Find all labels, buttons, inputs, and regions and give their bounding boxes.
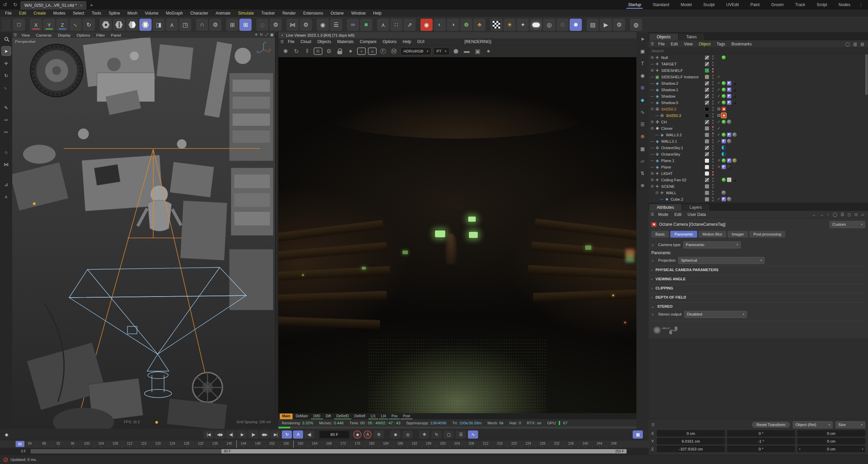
layer-color-chip[interactable] — [705, 114, 709, 118]
layer-color-chip[interactable] — [705, 107, 709, 111]
section-clipping[interactable]: ›CLIPPING — [651, 284, 865, 292]
vis-green-tag-icon[interactable] — [722, 55, 726, 60]
vis-green-tag-icon[interactable] — [722, 100, 726, 105]
menu-file[interactable]: File — [1, 11, 15, 16]
mograph-icon[interactable]: ❁ — [460, 19, 472, 31]
scale-z-field[interactable]: 0 cm◂▸ — [797, 446, 865, 452]
pen-tool-icon[interactable]: ✎ — [2, 103, 11, 112]
pan-icon[interactable]: ✛ — [255, 33, 258, 37]
filter-icon[interactable]: ☰ — [839, 212, 846, 217]
enable-state-icon[interactable]: ⊡ — [716, 113, 722, 118]
prev-frame-button[interactable]: ◀| — [226, 430, 236, 439]
tab-layers[interactable]: Layers — [682, 204, 709, 211]
menu-octane[interactable]: Octane — [327, 11, 348, 16]
object-mode-icon[interactable]: ◨ — [153, 19, 165, 31]
pin-icon[interactable]: ⊕ — [638, 181, 647, 190]
camera-lock-icon[interactable]: ▣ — [473, 47, 482, 56]
lv-menu-cloud[interactable]: Cloud — [297, 39, 314, 44]
drop-icon[interactable]: ◆ — [638, 95, 647, 104]
object-search[interactable] — [649, 48, 868, 54]
octane-logo-icon[interactable]: ✺ — [281, 47, 290, 56]
objects-menu-tags[interactable]: Tags — [714, 42, 728, 46]
tab-takes[interactable]: Takes — [679, 34, 704, 40]
film-region-icon[interactable]: ● — [484, 47, 493, 56]
falloff-icon[interactable]: ◎ — [256, 19, 269, 31]
visibility-dots[interactable] — [711, 107, 714, 111]
tree-row-octanesky-1[interactable]: —⊕OctaneSky.1 — [649, 144, 868, 151]
visibility-dots[interactable] — [711, 120, 714, 124]
key-pla-toggle[interactable]: ∿ — [468, 430, 478, 439]
tex-gray-tag-icon[interactable] — [727, 197, 731, 201]
layer-color-chip[interactable] — [705, 101, 709, 105]
layout-tab-script[interactable]: Script — [811, 0, 833, 9]
snap-magnet-icon[interactable]: ∩ — [196, 19, 208, 31]
zoom-icon[interactable]: ⤢ — [265, 33, 268, 37]
layer-color-chip[interactable] — [705, 197, 709, 201]
layer-color-chip[interactable] — [705, 120, 709, 124]
next-frame-button[interactable]: |▶ — [248, 430, 258, 439]
next-key-button[interactable]: ◆▶ — [259, 430, 270, 439]
visibility-dots[interactable] — [711, 100, 714, 105]
sphere-icon[interactable]: ◉ — [638, 71, 647, 80]
frame-icon[interactable]: ▣ — [638, 46, 647, 56]
position-y-field[interactable]: 6.0161 cm — [657, 438, 725, 444]
visibility-dots[interactable] — [711, 87, 714, 92]
tree-row-plane-1[interactable]: —◈Plane.1✕ — [649, 157, 868, 164]
layout-tab-groom[interactable]: Groom — [765, 0, 789, 9]
scale-y-field[interactable]: 0 cm — [797, 438, 865, 444]
position-x-field[interactable]: 0 cm — [657, 430, 725, 437]
layer-color-chip[interactable] — [705, 152, 709, 156]
enable-state-icon[interactable]: ✓ — [716, 94, 722, 98]
coordinates-menu-icon[interactable]: ☰ — [651, 423, 656, 427]
objects-menu-bookmarks[interactable]: Bookmarks — [728, 42, 755, 46]
reset-transform-button[interactable]: Reset Transform — [752, 422, 790, 428]
tab-objects[interactable]: Objects — [649, 34, 678, 40]
undo-box-icon[interactable]: □ — [13, 19, 25, 31]
pass-tab-demain[interactable]: DeMain — [293, 413, 310, 419]
objects-menu-view[interactable]: View — [681, 42, 696, 46]
menu-extensions[interactable]: Extensions — [299, 11, 327, 16]
tex-black-tag-icon[interactable] — [732, 100, 737, 105]
document-tab[interactable]: WAI_0250_LA...VR_01.c4d * × — [20, 1, 86, 9]
tex-black-tag-icon[interactable] — [732, 178, 737, 182]
autokey-range-toggle[interactable]: A — [293, 430, 303, 439]
focus-picker-icon[interactable]: Ⓕ — [379, 47, 388, 56]
tag-purple-tag-icon[interactable] — [727, 94, 731, 98]
coordinate-mode-dropdown[interactable]: Object (Rel)▾ — [793, 421, 833, 428]
asset-link-icon[interactable]: ∞ — [347, 19, 359, 31]
section-stereo[interactable]: ⌄ STEREO — [651, 302, 865, 310]
tag-purple-tag-icon[interactable] — [722, 165, 726, 169]
keyframe-icon[interactable]: ◆ — [5, 432, 8, 437]
layer-color-chip[interactable] — [705, 56, 709, 60]
visibility-dots[interactable] — [711, 178, 714, 182]
cam-red-tag-icon[interactable] — [722, 107, 726, 111]
objects-menu-object[interactable]: Object — [696, 42, 714, 46]
vis-green-tag-icon[interactable] — [722, 94, 726, 98]
timeline-marker[interactable] — [236, 440, 237, 448]
tex-dark-tag-icon[interactable] — [727, 165, 731, 169]
layer-color-chip[interactable] — [705, 159, 709, 163]
object-tree-scrollbar[interactable] — [865, 54, 868, 95]
enable-state-icon[interactable]: ✓ — [716, 133, 722, 137]
key-rotation-toggle[interactable]: ↻ — [431, 430, 441, 439]
knife-tool-icon[interactable]: ✂ — [2, 127, 11, 137]
goto-start-button[interactable]: |◀ — [203, 430, 214, 439]
more-layouts-icon[interactable]: ⋮ — [856, 2, 866, 7]
viewport-menu-display[interactable]: Display — [55, 33, 73, 37]
tree-row-shadow-2[interactable]: —◈Shadow.2✓ — [649, 80, 868, 86]
visibility-dots[interactable] — [711, 197, 714, 201]
object-search-input[interactable] — [651, 49, 854, 53]
tree-row-wall3-2[interactable]: —◈WALL3.2✓ — [649, 132, 868, 138]
visibility-dots[interactable] — [711, 171, 714, 176]
tag-purple-tag-icon[interactable] — [722, 139, 726, 143]
visibility-dots[interactable] — [711, 139, 714, 143]
viewport-menu-icon[interactable]: ☰ — [14, 33, 18, 37]
section-depth-of-field[interactable]: ›DEPTH OF FIELD — [651, 293, 865, 301]
render-viewer-icon[interactable]: ▶ — [600, 19, 612, 31]
curve-icon[interactable]: ∿ — [638, 107, 647, 117]
zoom-tool-icon[interactable] — [2, 34, 11, 43]
viewport-menu-panel[interactable]: Panel — [108, 33, 123, 37]
rotation-z-field[interactable]: 0 ° — [727, 446, 795, 452]
swap-icon[interactable]: ⇅ — [638, 168, 647, 178]
lv-menu-gui[interactable]: GUI — [414, 39, 427, 44]
